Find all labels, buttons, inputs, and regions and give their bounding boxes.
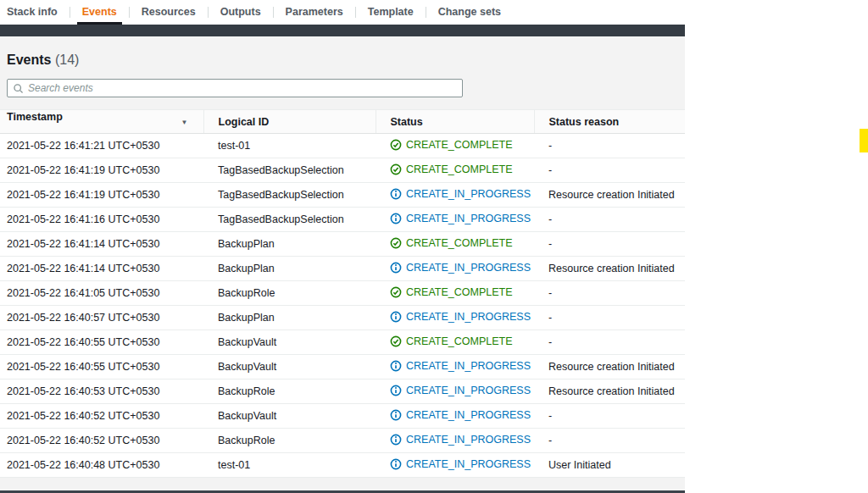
cell-status: CREATE_IN_PROGRESS (376, 306, 534, 330)
info-circle-icon (390, 213, 402, 224)
event-row: 2021-05-22 16:41:19 UTC+0530 TagBasedBac… (0, 158, 685, 183)
cell-timestamp: 2021-05-22 16:40:52 UTC+0530 (0, 429, 203, 453)
search-events-box (7, 79, 463, 97)
cell-status-reason: Resource creation Initiated (534, 257, 685, 281)
cell-timestamp: 2021-05-22 16:40:57 UTC+0530 (0, 306, 203, 330)
cell-status: CREATE_COMPLETE (376, 281, 534, 306)
cell-logical-id: BackupVault (203, 404, 376, 429)
col-header-timestamp[interactable]: Timestamp ▼ (0, 110, 203, 134)
event-row: 2021-05-22 16:40:53 UTC+0530 BackupRole … (0, 379, 685, 404)
status-text: CREATE_IN_PROGRESS (406, 360, 531, 372)
events-count: (14) (55, 53, 79, 67)
status-text: CREATE_COMPLETE (406, 335, 513, 347)
tab-stack-info[interactable]: Stack info (0, 0, 70, 25)
tab-events[interactable]: Events (70, 0, 129, 25)
status-badge: CREATE_IN_PROGRESS (390, 311, 531, 323)
status-badge: CREATE_IN_PROGRESS (390, 434, 531, 446)
cell-status-reason: - (534, 232, 685, 257)
event-row: 2021-05-22 16:41:21 UTC+0530 test-01 CRE… (0, 134, 685, 158)
event-row: 2021-05-22 16:40:55 UTC+0530 BackupVault… (0, 355, 685, 379)
cell-status: CREATE_IN_PROGRESS (376, 404, 534, 429)
status-badge: CREATE_IN_PROGRESS (390, 213, 531, 224)
cell-timestamp: 2021-05-22 16:40:55 UTC+0530 (0, 355, 203, 379)
tab-outputs[interactable]: Outputs (209, 0, 273, 25)
cell-status: CREATE_IN_PROGRESS (376, 355, 534, 379)
event-row: 2021-05-22 16:40:57 UTC+0530 BackupPlan … (0, 306, 685, 330)
cell-logical-id: BackupVault (203, 330, 376, 355)
status-text: CREATE_IN_PROGRESS (406, 434, 531, 446)
event-row: 2021-05-22 16:40:52 UTC+0530 BackupVault… (0, 404, 685, 429)
cell-status-reason: - (534, 306, 685, 330)
cell-status: CREATE_COMPLETE (376, 134, 534, 158)
tab-resources[interactable]: Resources (130, 0, 208, 25)
status-badge: CREATE_IN_PROGRESS (390, 360, 531, 372)
cell-logical-id: TagBasedBackupSelection (203, 208, 376, 232)
info-circle-icon (390, 360, 402, 372)
info-circle-icon (390, 262, 402, 274)
cell-timestamp: 2021-05-22 16:41:19 UTC+0530 (0, 158, 203, 183)
status-badge: CREATE_IN_PROGRESS (390, 385, 531, 396)
tab-parameters[interactable]: Parameters (274, 0, 355, 25)
cell-timestamp: 2021-05-22 16:40:48 UTC+0530 (0, 453, 203, 478)
status-text: CREATE_IN_PROGRESS (406, 409, 531, 421)
events-panel: Events (14) Timestamp ▼ Logical ID (0, 36, 685, 493)
cell-logical-id: test-01 (203, 134, 376, 158)
event-row: 2021-05-22 16:41:14 UTC+0530 BackupPlan … (0, 257, 685, 281)
event-row: 2021-05-22 16:41:14 UTC+0530 BackupPlan … (0, 232, 685, 257)
cell-timestamp: 2021-05-22 16:41:16 UTC+0530 (0, 208, 203, 232)
cell-status: CREATE_COMPLETE (376, 158, 534, 183)
info-circle-icon (390, 458, 402, 470)
status-text: CREATE_COMPLETE (406, 237, 513, 249)
info-circle-icon (390, 409, 402, 421)
event-row: 2021-05-22 16:40:52 UTC+0530 BackupRole … (0, 429, 685, 453)
status-text: CREATE_COMPLETE (406, 139, 513, 151)
status-badge: CREATE_COMPLETE (390, 335, 513, 347)
cell-status-reason: User Initiated (534, 453, 685, 478)
status-badge: CREATE_IN_PROGRESS (390, 409, 531, 421)
events-table-body: 2021-05-22 16:41:21 UTC+0530 test-01 CRE… (0, 134, 685, 478)
status-text: CREATE_COMPLETE (406, 163, 513, 175)
cell-status-reason: Resource creation Initiated (534, 355, 685, 379)
search-events-input[interactable] (28, 82, 457, 94)
event-row: 2021-05-22 16:40:55 UTC+0530 BackupVault… (0, 330, 685, 355)
stack-tabs: Stack info Events Resources Outputs Para… (0, 0, 868, 25)
cell-status: CREATE_IN_PROGRESS (376, 453, 534, 478)
tab-change-sets[interactable]: Change sets (426, 0, 513, 25)
dark-divider-bar (0, 25, 685, 36)
check-circle-icon (390, 286, 402, 298)
cell-timestamp: 2021-05-22 16:41:14 UTC+0530 (0, 232, 203, 257)
status-text: CREATE_IN_PROGRESS (406, 458, 531, 470)
status-badge: CREATE_IN_PROGRESS (390, 458, 531, 470)
cell-logical-id: BackupRole (203, 379, 376, 404)
status-badge: CREATE_COMPLETE (390, 237, 513, 249)
cell-status: CREATE_IN_PROGRESS (376, 257, 534, 281)
sort-desc-icon[interactable]: ▼ (181, 113, 188, 133)
cell-status: CREATE_IN_PROGRESS (376, 379, 534, 404)
cell-timestamp: 2021-05-22 16:41:19 UTC+0530 (0, 183, 203, 208)
cell-logical-id: BackupPlan (203, 257, 376, 281)
cell-status-reason: - (534, 158, 685, 183)
cell-timestamp: 2021-05-22 16:41:14 UTC+0530 (0, 257, 203, 281)
cell-status-reason: - (534, 208, 685, 232)
cell-logical-id: TagBasedBackupSelection (203, 183, 376, 208)
cell-timestamp: 2021-05-22 16:41:21 UTC+0530 (0, 134, 203, 158)
cell-timestamp: 2021-05-22 16:41:05 UTC+0530 (0, 281, 203, 306)
cell-status-reason: - (534, 429, 685, 453)
search-icon (13, 83, 24, 94)
status-text: CREATE_IN_PROGRESS (406, 385, 531, 396)
cell-status-reason: - (534, 330, 685, 355)
event-row: 2021-05-22 16:41:05 UTC+0530 BackupRole … (0, 281, 685, 306)
events-title: Events (7, 53, 51, 67)
cell-timestamp: 2021-05-22 16:40:53 UTC+0530 (0, 379, 203, 404)
check-circle-icon (390, 163, 402, 175)
check-circle-icon (390, 237, 402, 249)
info-circle-icon (390, 311, 402, 323)
status-text: CREATE_IN_PROGRESS (406, 262, 531, 274)
col-header-status-reason: Status reason (534, 110, 685, 134)
status-badge: CREATE_COMPLETE (390, 139, 513, 151)
status-text: CREATE_IN_PROGRESS (406, 311, 531, 323)
cell-status: CREATE_IN_PROGRESS (376, 429, 534, 453)
tab-template[interactable]: Template (356, 0, 426, 25)
col-header-logical-id: Logical ID (203, 110, 376, 134)
table-header-row: Timestamp ▼ Logical ID Status Status rea… (0, 110, 685, 134)
